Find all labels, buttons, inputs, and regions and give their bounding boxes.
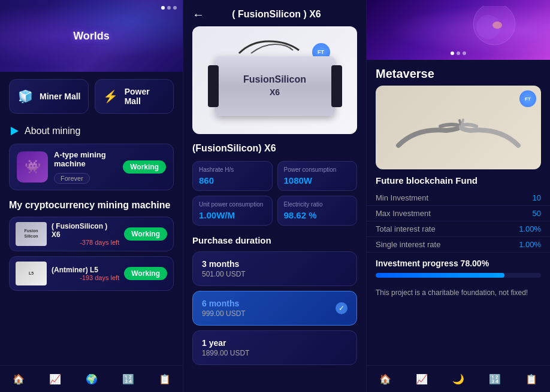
duration-1year-label-wrap: 1 year 1899.00 USDT [202, 338, 249, 357]
a-type-avatar: 👾 [17, 151, 48, 183]
spec-elec-label: Electricity ratio [284, 201, 351, 208]
antminer-item[interactable]: L5 (Antminer) L5 -193 days left Working [9, 256, 174, 291]
a-type-name: A-type mining machine [54, 150, 117, 168]
min-invest-label: Min Investment [376, 193, 428, 202]
nav-chart[interactable]: 📈 [37, 370, 73, 387]
fusion-silicon-info: ( FusionSilicon )X6 -378 days left [52, 222, 119, 246]
fusion-silicon-days: -378 days left [52, 239, 119, 246]
progress-section: Investment progress 78.00% [367, 253, 550, 284]
about-mining-label: About mining [25, 126, 80, 136]
clipboard-icon: 📋 [159, 373, 171, 385]
miner-body: FusionSiliconX6 [215, 56, 335, 116]
duration-1year[interactable]: 1 year 1899.00 USDT [192, 330, 357, 365]
miner-illustration: FT FusionSiliconX6 [215, 38, 335, 122]
max-invest-label: Max Investment [376, 209, 431, 218]
duration-6months-header: 6 months 999.00 USDT ✓ [202, 299, 347, 318]
cables-svg [233, 38, 305, 56]
miner-mall-button[interactable]: 🧊 Miner Mall [9, 79, 89, 114]
play-icon [9, 126, 20, 136]
worlds-dots [161, 6, 177, 10]
duration-6months-label-wrap: 6 months 999.00 USDT [202, 299, 246, 318]
metaverse-image: FT [376, 86, 541, 169]
mid-title: ( FusionSilicon ) X6 [210, 9, 357, 20]
banner-graphic [398, 6, 518, 54]
duration-1year-header: 1 year 1899.00 USDT [202, 338, 347, 357]
right-banner [367, 0, 550, 60]
right-bottom-nav: 🏠 📈 🌙 🔢 📋 [367, 365, 550, 392]
svg-point-2 [492, 22, 502, 29]
fusion-silicon-status[interactable]: Working [124, 227, 167, 241]
fusion-silicon-thumb: FusionSilicon [16, 222, 47, 246]
my-machine-title: My cryptocurrency mining machine [0, 196, 183, 217]
total-rate-value: 1.00% [519, 224, 541, 233]
right-nav-chart[interactable]: 📈 [403, 370, 440, 387]
spec-power: Power consumption 1080W [277, 161, 358, 191]
fund-row-min: Min Investment 10 [367, 190, 550, 206]
right-home-icon: 🏠 [379, 373, 391, 385]
fusion-silicon-item[interactable]: FusionSilicon ( FusionSilicon )X6 -378 d… [9, 217, 174, 251]
fund-row-single: Single interest rate 1.00% [367, 237, 550, 253]
a-type-status[interactable]: Working [123, 160, 166, 174]
left-bottom-nav: 🏠 📈 🌍 🔢 📋 [0, 365, 183, 392]
back-button[interactable]: ← [192, 8, 204, 20]
progress-bar-fill [376, 273, 504, 278]
spec-unit-value: 1.00W/M [199, 210, 266, 220]
miner-body-logo: FusionSiliconX6 [243, 74, 306, 99]
total-rate-label: Total interest rate [376, 224, 436, 233]
fund-row-total: Total interest rate 1.00% [367, 221, 550, 237]
hands-illustration [376, 86, 541, 169]
miner-mall-icon: 🧊 [16, 87, 35, 106]
power-mall-button[interactable]: ⚡ Power Mall [95, 79, 174, 114]
right-nav-moon[interactable]: 🌙 [440, 370, 476, 387]
max-invest-value: 50 [533, 209, 541, 218]
nav-number[interactable]: 🔢 [110, 370, 146, 387]
spec-unit-power: Unit power consumption 1.00W/M [192, 196, 273, 226]
a-type-machine-card[interactable]: 👾 A-type mining machine Forever Working [9, 144, 174, 190]
antminer-info: (Antminer) L5 -193 days left [52, 266, 119, 281]
chart-icon: 📈 [49, 373, 61, 385]
specs-grid: Hashrate H/s 860 Power consumption 1080W… [192, 161, 357, 226]
duration-6months[interactable]: 6 months 999.00 USDT ✓ [192, 291, 357, 326]
fusion-silicon-name: ( FusionSilicon )X6 [52, 222, 119, 239]
antminer-name: (Antminer) L5 [52, 266, 119, 274]
hands-svg [392, 92, 524, 163]
about-mining-section[interactable]: About mining [0, 121, 183, 144]
product-image: FT FusionSiliconX6 [192, 26, 357, 134]
right-nav-clipboard[interactable]: 📋 [513, 370, 550, 387]
middle-panel: ← ( FusionSilicon ) X6 FT FusionSiliconX… [183, 0, 367, 392]
globe-icon: 🌍 [86, 373, 98, 385]
right-moon-icon: 🌙 [452, 373, 464, 385]
antminer-status[interactable]: Working [124, 267, 167, 280]
right-nav-number[interactable]: 🔢 [477, 370, 513, 387]
progress-title: Investment progress 78.00% [376, 259, 541, 268]
purchase-title: Purchase duration [183, 233, 366, 251]
project-note: This project is a charitable foundation,… [367, 284, 550, 302]
antminer-thumb: L5 [16, 262, 47, 285]
spec-hashrate-value: 860 [199, 175, 266, 186]
progress-bar-bg [376, 273, 541, 278]
worlds-banner[interactable]: Worlds [0, 0, 183, 72]
spec-hashrate: Hashrate H/s 860 [192, 161, 273, 191]
product-name: (FusionSilicon) X6 [183, 143, 366, 161]
power-mall-label: Power Mall [125, 87, 167, 106]
ft-logo-right: FT [519, 90, 536, 107]
miner-mall-label: Miner Mall [40, 92, 80, 101]
antminer-days: -193 days left [52, 274, 119, 281]
right-number-icon: 🔢 [489, 373, 501, 385]
duration-3months-header: 3 months 501.00 USDT [202, 259, 347, 278]
min-invest-value: 10 [533, 193, 541, 202]
duration-3months[interactable]: 3 months 501.00 USDT [192, 251, 357, 286]
spec-hashrate-label: Hashrate H/s [199, 166, 266, 173]
check-icon: ✓ [336, 302, 347, 314]
spec-power-label: Power consumption [284, 166, 351, 173]
worlds-title: Worlds [73, 30, 110, 42]
fund-title: Future blockchain Fund [367, 175, 550, 190]
nav-clipboard[interactable]: 📋 [146, 370, 183, 387]
nav-globe[interactable]: 🌍 [73, 370, 110, 387]
nav-home[interactable]: 🏠 [0, 370, 37, 387]
left-panel: Worlds 🧊 Miner Mall ⚡ Power Mall About m… [0, 0, 183, 392]
banner-dots [451, 51, 466, 55]
forever-badge: Forever [54, 173, 90, 184]
fund-row-max: Max Investment 50 [367, 206, 550, 221]
right-nav-home[interactable]: 🏠 [367, 370, 403, 387]
